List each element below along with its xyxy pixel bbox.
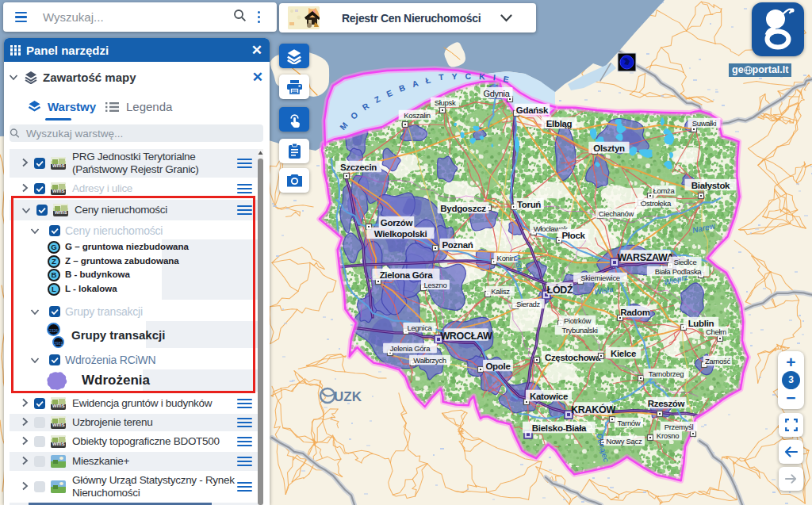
svg-text:Łomża: Łomża <box>653 186 675 195</box>
svg-text:Tarnów: Tarnów <box>618 419 641 427</box>
svg-text:Suwałki: Suwałki <box>692 119 717 128</box>
svg-text:Zielona Góra: Zielona Góra <box>380 270 434 280</box>
svg-text:Opole: Opole <box>485 362 510 371</box>
svg-text:KRAKÓW: KRAKÓW <box>571 404 615 415</box>
svg-text:Bielsko-Biała: Bielsko-Biała <box>532 423 587 433</box>
svg-text:Rzeszów: Rzeszów <box>648 399 685 408</box>
svg-text:UZK: UZK <box>334 389 362 404</box>
svg-text:Białystok: Białystok <box>691 181 730 190</box>
svg-text:Sieradz: Sieradz <box>516 300 541 308</box>
svg-text:Wałbrzych: Wałbrzych <box>413 356 446 365</box>
svg-text:Gdynia: Gdynia <box>483 89 510 98</box>
svg-text:Gorzów: Gorzów <box>381 218 413 228</box>
svg-text:Kalisz: Kalisz <box>491 287 510 296</box>
svg-text:Skierniewice: Skierniewice <box>580 274 620 282</box>
svg-text:Radom: Radom <box>620 308 650 317</box>
svg-text:Słupsk: Słupsk <box>435 98 456 107</box>
svg-text:Chełm: Chełm <box>706 327 726 336</box>
svg-text:Legnica: Legnica <box>407 323 432 332</box>
svg-text:Szczecin: Szczecin <box>340 163 377 172</box>
svg-text:Krosno: Krosno <box>657 431 679 440</box>
svg-text:Siedlce: Siedlce <box>673 258 696 266</box>
svg-text:WROCŁAW: WROCŁAW <box>440 331 492 342</box>
svg-text:Bydgoszcz: Bydgoszcz <box>440 204 486 213</box>
svg-text:Olsztyn: Olsztyn <box>593 143 625 153</box>
svg-text:Zamość: Zamość <box>705 357 731 365</box>
svg-text:Ciechanów: Ciechanów <box>599 209 634 218</box>
svg-text:Wielkopolski: Wielkopolski <box>374 229 427 239</box>
svg-text:Poznań: Poznań <box>442 240 473 250</box>
svg-text:Trybunalski: Trybunalski <box>562 326 598 335</box>
svg-text:Częstochowa: Częstochowa <box>545 353 601 362</box>
svg-text:Piotrków: Piotrków <box>564 316 591 325</box>
svg-text:Katowice: Katowice <box>530 392 568 401</box>
svg-text:Ostrołęka: Ostrołęka <box>641 199 672 208</box>
svg-text:Kielce: Kielce <box>611 349 636 358</box>
svg-text:Tarnobrzeg: Tarnobrzeg <box>649 369 684 378</box>
svg-text:Elbląg: Elbląg <box>546 119 573 128</box>
svg-text:Toruń: Toruń <box>517 200 541 209</box>
svg-text:WARSZAWA: WARSZAWA <box>617 252 673 263</box>
svg-text:Płock: Płock <box>561 231 585 240</box>
svg-text:Jelenia Góra: Jelenia Góra <box>390 344 431 353</box>
svg-text:ŁÓDŹ: ŁÓDŹ <box>547 284 573 296</box>
svg-text:Leszno: Leszno <box>424 281 447 289</box>
svg-text:Nowy Sącz: Nowy Sącz <box>607 437 642 446</box>
svg-text:Przemyśl: Przemyśl <box>665 423 694 431</box>
svg-text:Gdańsk: Gdańsk <box>516 105 549 115</box>
svg-text:Koszalin: Koszalin <box>404 111 431 120</box>
